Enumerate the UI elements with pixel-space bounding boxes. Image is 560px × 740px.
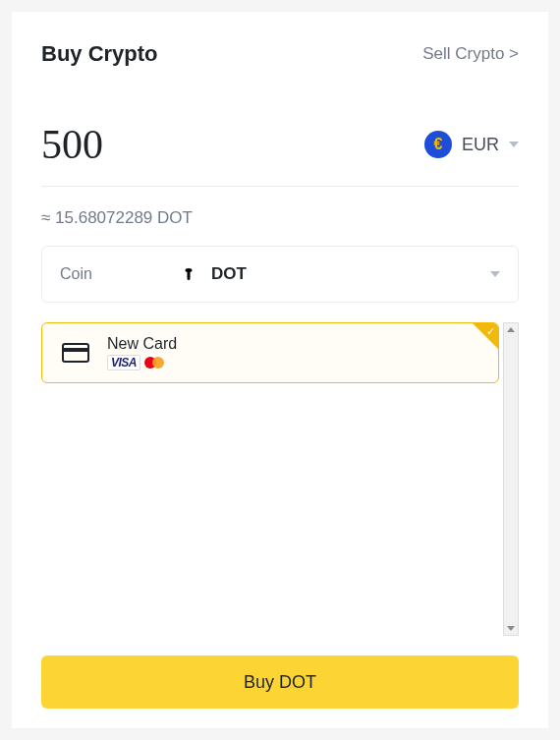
- coin-label: Coin: [60, 265, 178, 283]
- header: Buy Crypto Sell Crypto >: [41, 41, 519, 67]
- svg-rect-1: [188, 271, 191, 280]
- buy-crypto-panel: Buy Crypto Sell Crypto > € EUR ≈ 15.6807…: [12, 12, 548, 728]
- credit-card-icon: [62, 343, 89, 363]
- card-network-logos: VISA: [107, 355, 177, 370]
- conversion-estimate: ≈ 15.68072289 DOT: [41, 208, 519, 228]
- buy-button[interactable]: Buy DOT: [41, 655, 519, 709]
- scroll-up-icon: [507, 327, 515, 332]
- chevron-down-icon: [509, 142, 519, 147]
- page-title: Buy Crypto: [41, 41, 158, 67]
- currency-code: EUR: [462, 135, 499, 155]
- scroll-down-icon: [507, 626, 515, 631]
- sell-crypto-link[interactable]: Sell Crypto >: [422, 44, 519, 64]
- svg-rect-2: [63, 344, 88, 362]
- check-icon: ✓: [486, 325, 495, 338]
- polkadot-icon: [178, 263, 199, 285]
- payment-option-label: New Card: [107, 335, 177, 353]
- payment-option-new-card[interactable]: New Card VISA ✓: [41, 322, 499, 383]
- payment-methods-area: New Card VISA ✓: [41, 322, 519, 636]
- coin-code: DOT: [211, 264, 247, 284]
- visa-icon: VISA: [107, 355, 140, 370]
- mastercard-icon: [144, 356, 166, 370]
- scrollbar[interactable]: [503, 322, 519, 636]
- chevron-down-icon: [490, 271, 500, 277]
- svg-rect-3: [63, 348, 88, 352]
- amount-input[interactable]: [41, 121, 238, 168]
- coin-select[interactable]: Coin DOT: [41, 246, 519, 303]
- currency-select[interactable]: € EUR: [424, 131, 519, 158]
- euro-icon: €: [424, 131, 452, 158]
- coin-selected: DOT: [178, 263, 247, 285]
- amount-row: € EUR: [41, 121, 519, 187]
